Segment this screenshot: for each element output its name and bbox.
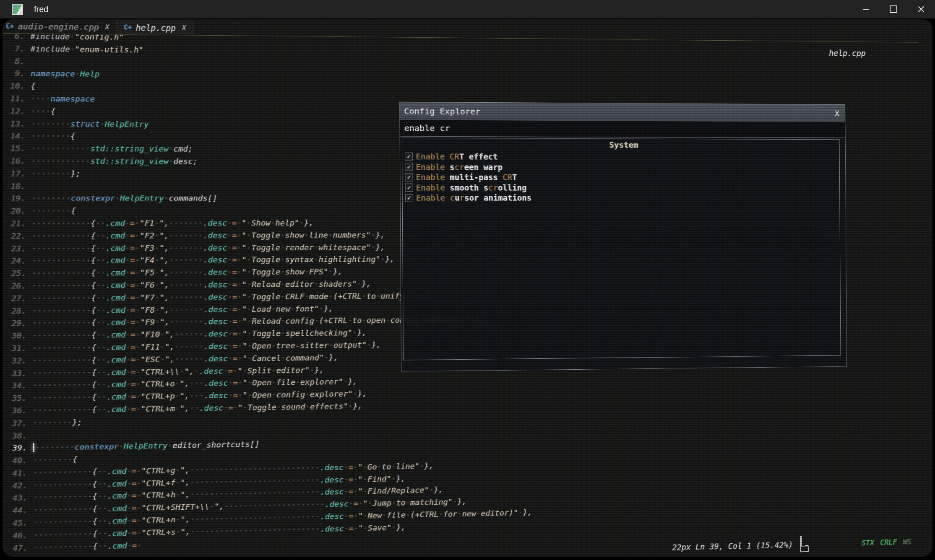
config-results-box: System ✓Enable CRT effect✓Enable screen … [402,138,841,360]
config-option[interactable]: ✓Enable screen warp [402,162,839,173]
maximize-button[interactable] [880,0,907,18]
tab-close-button[interactable]: X [105,23,109,31]
line-number: 39. [3,442,33,455]
crt-surface: 6.#include·"config.h"7.#include·"enum-ut… [3,19,932,557]
checkbox[interactable]: ✓ [405,153,413,161]
filename-overlay: help.cpp [829,48,865,57]
crt-screen: 6.#include·"config.h"7.#include·"enum-ut… [0,18,935,560]
line-number: 34. [3,379,33,392]
config-section-header: System [402,138,839,150]
line-number: 14. [3,130,31,143]
line-number: 17. [3,168,31,180]
config-option[interactable]: ✓Enable cursor animations [403,193,840,203]
lock-icon [800,537,809,552]
line-number: 18. [3,180,31,192]
line-number: 45. [3,517,34,530]
line-number: 15. [3,143,31,155]
editor-content: 6.#include·"config.h"7.#include·"enum-ut… [3,19,922,557]
cursor-position: 22px Ln 39, Col 1 (15.42%) [672,540,793,552]
line-number: 43. [3,492,33,505]
cpp-icon: C+ [6,22,14,30]
popup-title: Config Explorer [404,106,480,117]
line-number: 33. [3,367,33,380]
line-number: 41. [3,467,33,480]
line-number: 32. [3,355,32,368]
window-title: fred [34,5,48,14]
tab-label: audio-engine.cpp [18,21,99,32]
checkbox[interactable]: ✓ [405,194,413,202]
app-window: fred 6.#include·"config.h"7.#include·"en… [0,0,935,560]
tab-help.cpp[interactable]: C+help.cppX [117,20,193,35]
line-number: 9. [3,67,31,80]
line-number: 12. [3,105,31,118]
tab-label: help.cpp [136,23,176,33]
line-number: 46. [3,529,34,542]
checkbox[interactable]: ✓ [405,163,413,171]
checkbox[interactable]: ✓ [405,184,413,192]
line-number: 36. [3,404,33,417]
config-search-input[interactable]: enable cr [400,120,845,138]
line-number: 28. [3,305,32,317]
line-number: 47. [3,542,34,555]
line-number: 21. [3,218,31,230]
cpp-icon: C+ [124,23,132,31]
line-number: 19. [3,192,31,205]
close-icon [918,6,925,13]
minimize-button[interactable] [852,0,880,18]
config-options: ✓Enable CRT effect✓Enable screen warp✓En… [402,151,839,203]
line-number: 10. [3,80,31,93]
line-number: 7. [3,42,31,55]
config-explorer-popup: Config Explorer X enable cr System ✓Enab… [399,102,847,372]
window-controls [852,0,935,18]
line-number: 16. [3,155,31,168]
line-number: 38. [3,429,33,442]
line-number: 35. [3,392,33,405]
window-titlebar: fred [0,0,935,18]
line-number: 40. [3,454,33,467]
status-flag-ws: WS [903,538,912,546]
line-number: 27. [3,292,32,305]
text-cursor [33,443,34,452]
line-number: 37. [3,417,33,430]
line-number: 31. [3,342,32,355]
close-button[interactable] [907,0,935,18]
line-number: 22. [3,230,32,242]
line-number: 42. [3,479,33,492]
line-number: 13. [3,117,31,130]
status-flag-crlf: CRLF [880,538,897,547]
minimize-icon [863,9,869,10]
config-option[interactable]: ✓Enable CRT effect [402,151,839,163]
line-number: 24. [3,255,32,267]
status-flag-stx: STX [862,539,874,547]
line-number: 23. [3,242,32,255]
line-number: 11. [3,93,31,105]
config-option[interactable]: ✓Enable multi-pass CRT [402,172,839,182]
line-number: 30. [3,329,32,342]
maximize-icon [890,5,897,13]
line-number: 8. [3,55,31,67]
app-icon [12,4,23,15]
line-number: 29. [3,317,32,330]
tab-close-button[interactable]: X [182,24,186,32]
config-option[interactable]: ✓Enable smooth scrolling [402,182,839,193]
checkbox[interactable]: ✓ [405,173,413,181]
status-flags: STXCRLFWS [862,538,912,547]
popup-close-button[interactable]: X [835,109,839,118]
line-number: 20. [3,205,31,218]
line-number: 44. [3,504,34,517]
tab-audio-engine.cpp[interactable]: C+audio-engine.cppX [3,19,117,34]
popup-titlebar[interactable]: Config Explorer X [400,102,845,122]
line-number: 25. [3,267,32,280]
line-number: 26. [3,280,32,292]
